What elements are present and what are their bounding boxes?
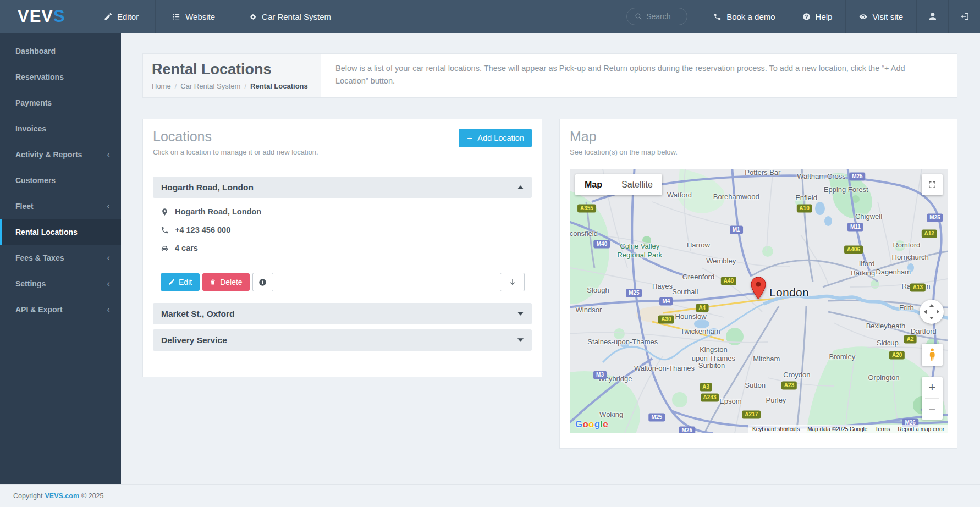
nav-item-help[interactable]: Help — [789, 0, 846, 33]
move-down-button[interactable] — [500, 273, 525, 291]
map-label-town: Dagenham — [876, 267, 911, 276]
breadcrumb: Home / Car Rental System / Rental Locati… — [152, 82, 312, 90]
sidebar-item-label: Reservations — [15, 73, 64, 81]
sidebar-item-label: Rental Locations — [15, 228, 78, 236]
attribution-link[interactable]: Terms — [871, 426, 894, 432]
sidebar-item-label: Fleet — [15, 202, 34, 211]
nav-item-visit-site[interactable]: Visit site — [845, 0, 916, 33]
road-shield: A12 — [921, 229, 937, 238]
caret-up-icon — [517, 185, 524, 189]
road-shield: M25 — [626, 289, 642, 297]
sidebar-item-payments[interactable]: Payments — [0, 90, 121, 115]
location-item-delivery-service-header[interactable]: Delivery Service — [153, 329, 532, 351]
info-circle-icon — [258, 278, 267, 286]
sidebar-item-fleet[interactable]: Fleet‹ — [0, 193, 121, 219]
sidebar-item-invoices[interactable]: Invoices — [0, 115, 121, 141]
gear-icon — [249, 13, 257, 21]
sidebar-item-activity-reports[interactable]: Activity & Reports‹ — [0, 141, 121, 167]
pan-control[interactable] — [920, 300, 944, 324]
vevs-link[interactable]: VEVS.com — [45, 492, 80, 500]
nav-item-label: Book a demo — [726, 12, 775, 21]
road-shield: A3 — [700, 383, 712, 391]
map-label-city: London — [769, 285, 809, 300]
vevs-logo[interactable]: VEVS — [0, 0, 87, 33]
add-location-label: Add Location — [477, 134, 524, 142]
add-location-button[interactable]: Add Location — [459, 129, 532, 147]
arrow-down-icon — [509, 278, 516, 286]
top-navbar: VEVS Editor Website Car Rental System Bo… — [0, 0, 980, 33]
info-button[interactable] — [252, 273, 273, 291]
pencil-icon — [104, 13, 112, 21]
sidebar-item-label: Dashboard — [15, 47, 56, 56]
road-shield: M3 — [593, 371, 607, 379]
search-icon — [635, 13, 642, 20]
zoom-in-button[interactable]: + — [922, 377, 943, 398]
road-shield: A355 — [577, 205, 596, 213]
page-header: Rental Locations Home / Car Rental Syste… — [142, 53, 957, 98]
map-label-town: Romford — [893, 241, 920, 250]
breadcrumb-home[interactable]: Home — [152, 82, 171, 90]
navbar-spacer — [348, 0, 626, 33]
sidebar-item-dashboard[interactable]: Dashboard — [0, 38, 121, 64]
sidebar-item-customers[interactable]: Customers — [0, 167, 121, 193]
sidebar-item-label: Invoices — [15, 124, 46, 133]
pegman-icon — [927, 348, 938, 362]
zoom-control: + − — [922, 377, 943, 420]
breadcrumb-car-rental-system[interactable]: Car Rental System — [180, 82, 240, 90]
fullscreen-button[interactable] — [922, 174, 943, 195]
nav-item-car-rental-system[interactable]: Car Rental System — [232, 0, 348, 33]
nav-item-label: Editor — [117, 12, 139, 21]
copyright-year: © 2025 — [81, 492, 104, 500]
road-shield: M25 — [649, 414, 665, 422]
google-logo[interactable]: Google — [575, 419, 608, 430]
road-shield: A20 — [889, 351, 905, 360]
zoom-out-button[interactable]: − — [922, 399, 943, 420]
list-icon — [172, 13, 180, 21]
sidebar-item-label: Settings — [15, 279, 46, 288]
map-type-satellite-button[interactable]: Satellite — [612, 174, 662, 195]
search-input[interactable] — [646, 12, 679, 21]
map-label-town: Harrow — [687, 241, 710, 250]
pegman-button[interactable] — [922, 344, 943, 366]
sidebar-item-settings[interactable]: Settings‹ — [0, 271, 121, 296]
location-cars-row: 4 cars — [153, 244, 531, 252]
road-shield: A2 — [904, 335, 917, 344]
map-label-town: Chigwell — [855, 212, 882, 221]
nav-item-editor[interactable]: Editor — [87, 0, 155, 33]
nav-item-book-a-demo[interactable]: Book a demo — [700, 0, 788, 33]
map-attribution: Keyboard shortcutsMap data ©2025 GoogleT… — [748, 425, 948, 433]
google-map[interactable]: Potters BarWaltham CrossEpping ForestEnf… — [570, 169, 948, 433]
map-label-town: Potters Bar — [745, 169, 780, 177]
map-type-map-button[interactable]: Map — [575, 174, 612, 195]
delete-button[interactable]: Delete — [202, 273, 249, 291]
attribution-link[interactable]: Report a map error — [894, 426, 948, 432]
sidebar-item-label: Activity & Reports — [15, 150, 82, 159]
sidebar-item-reservations[interactable]: Reservations — [0, 64, 121, 90]
road-shield: A217 — [742, 411, 761, 419]
road-shield: A30 — [658, 316, 674, 324]
map-label-town: Wembley — [706, 257, 736, 266]
sidebar-item-rental-locations[interactable]: Rental Locations — [0, 219, 121, 245]
nav-item-website[interactable]: Website — [155, 0, 232, 33]
user-menu-button[interactable] — [916, 0, 948, 33]
location-item-market-st-header[interactable]: Market St., Oxford — [153, 303, 532, 324]
page-header-title-block: Rental Locations Home / Car Rental Syste… — [143, 54, 321, 97]
sidebar-item-api-export[interactable]: API & Export‹ — [0, 296, 121, 322]
map-panel-title: Map — [570, 129, 947, 145]
sign-out-icon — [960, 12, 969, 21]
edit-button[interactable]: Edit — [161, 273, 200, 291]
attribution-link[interactable]: Keyboard shortcuts — [748, 426, 803, 432]
map-marker-pin[interactable] — [751, 277, 766, 299]
location-item-hogarth-road-header[interactable]: Hogarth Road, London — [153, 177, 532, 198]
map-label-town: Epsom — [719, 397, 741, 406]
nav-item-label: Visit site — [872, 12, 903, 21]
map-label-town: Waltham Cross — [797, 172, 845, 181]
page-title: Rental Locations — [152, 61, 312, 78]
user-icon — [928, 12, 937, 21]
search-box[interactable] — [626, 8, 687, 25]
sidebar-item-fees-taxes[interactable]: Fees & Taxes‹ — [0, 245, 121, 271]
map-label-town: Barking — [851, 269, 875, 278]
logout-button[interactable] — [948, 0, 980, 33]
map-pin-icon — [161, 208, 169, 216]
map-label-town: Watford — [667, 191, 692, 200]
